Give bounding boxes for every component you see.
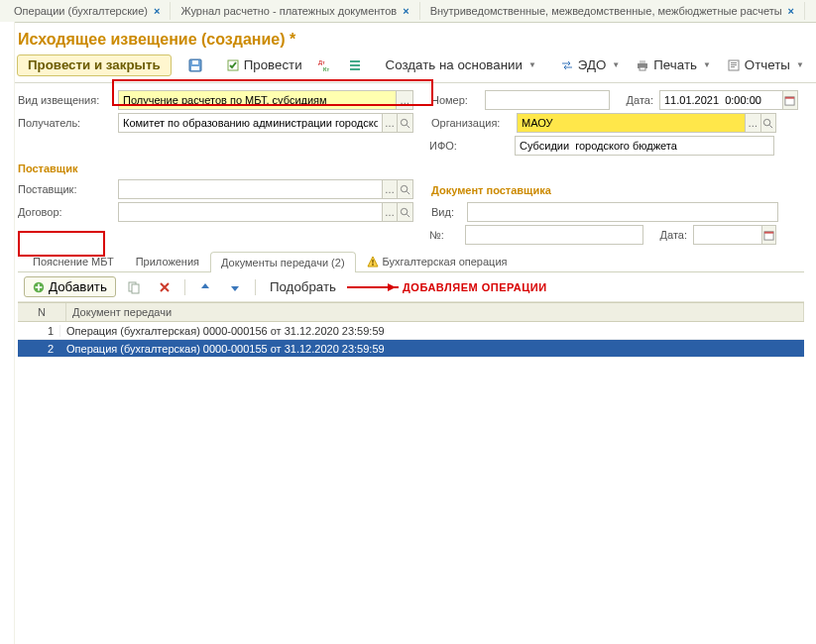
close-icon[interactable]: ×	[788, 5, 794, 17]
supplier-field[interactable]: …	[118, 179, 413, 199]
svg-text:Дт: Дт	[318, 59, 325, 65]
post-button[interactable]: Провести	[219, 55, 309, 75]
tab-explanation[interactable]: Пояснение МБТ	[22, 251, 125, 271]
nomer-input[interactable]	[486, 92, 609, 108]
date-field[interactable]	[659, 90, 798, 110]
move-up-button[interactable]	[192, 279, 218, 295]
recipient-input[interactable]	[119, 115, 382, 131]
svg-rect-11	[640, 67, 645, 70]
date2-label: Дата:	[649, 229, 687, 241]
vid-field[interactable]: …	[118, 90, 413, 110]
svg-point-20	[764, 119, 770, 125]
save-button[interactable]	[181, 55, 209, 75]
pick-button[interactable]: Подобрать	[263, 278, 343, 296]
tab-accounting-op[interactable]: Бухгалтерская операция	[356, 251, 519, 271]
search-icon	[762, 118, 773, 129]
svg-point-24	[402, 208, 408, 214]
ifo-input[interactable]	[516, 138, 773, 154]
supplier-label: Поставщик:	[18, 183, 112, 195]
no-input[interactable]	[466, 227, 642, 243]
col-n: N	[18, 303, 66, 321]
plus-icon	[33, 281, 45, 293]
transfer-docs-table: N Документ передачи 1Операция (бухгалтер…	[18, 302, 804, 635]
supplier-input[interactable]	[119, 181, 382, 197]
app-tab-operations[interactable]: Операции (бухгалтерские) ×	[4, 2, 171, 20]
app-tab-journal[interactable]: Журнал расчетно - платежных документов ×	[171, 2, 419, 20]
row-number: 1	[18, 325, 60, 337]
contract-search-button[interactable]	[397, 203, 412, 221]
add-label: Добавить	[49, 279, 107, 294]
svg-point-29	[372, 264, 374, 266]
page-title: Исходящее извещение (создание) *	[0, 23, 816, 53]
post-and-close-button[interactable]: Провести и закрыть	[17, 54, 172, 76]
recipient-picker-button[interactable]: …	[382, 114, 398, 132]
contract-input[interactable]	[119, 204, 382, 220]
delete-button[interactable]	[152, 279, 177, 295]
ifo-label: ИФО:	[429, 140, 509, 152]
row-doc: Операция (бухгалтерская) 0000-000155 от …	[60, 343, 804, 355]
vid-label: Вид извещения:	[18, 94, 112, 106]
create-base-label: Создать на основании	[386, 58, 523, 72]
svg-text:Кт: Кт	[323, 66, 329, 72]
calendar-button[interactable]	[782, 91, 797, 109]
svg-line-23	[407, 191, 409, 194]
row-number: 2	[18, 343, 60, 355]
svg-rect-6	[350, 60, 360, 62]
edo-label: ЭДО	[578, 58, 607, 72]
date2-input[interactable]	[694, 227, 761, 243]
table-row[interactable]: 1Операция (бухгалтерская) 0000-000156 от…	[18, 322, 804, 340]
copy-button[interactable]	[120, 278, 148, 296]
no-field[interactable]	[465, 225, 643, 245]
app-tab-intra[interactable]: Внутриведомственные, межведомственные, м…	[420, 2, 805, 20]
vid2-field[interactable]	[467, 202, 778, 222]
print-button[interactable]: Печать▼	[629, 55, 718, 75]
svg-rect-2	[192, 60, 198, 64]
supplier-section-title: Поставщик	[18, 162, 421, 174]
list-button[interactable]	[341, 55, 369, 75]
move-down-button[interactable]	[222, 279, 248, 295]
ifo-field[interactable]	[515, 136, 774, 156]
contract-label: Договор:	[18, 206, 112, 218]
svg-rect-15	[731, 66, 735, 67]
search-icon	[400, 118, 410, 129]
arrow-down-icon	[229, 281, 241, 293]
tab-attachments[interactable]: Приложения	[125, 251, 210, 271]
add-button[interactable]: Добавить	[24, 276, 116, 297]
close-icon[interactable]: ×	[403, 5, 408, 17]
close-icon[interactable]: ×	[154, 5, 160, 17]
date2-field[interactable]	[693, 225, 776, 245]
recipient-search-button[interactable]	[397, 114, 412, 132]
delete-icon	[159, 281, 171, 293]
edo-button[interactable]: ЭДО▼	[553, 55, 627, 75]
org-input[interactable]	[518, 115, 745, 131]
contract-picker-button[interactable]: …	[382, 203, 398, 221]
supplier-search-button[interactable]	[397, 180, 412, 198]
contract-field[interactable]: …	[118, 202, 413, 222]
org-search-button[interactable]	[760, 114, 775, 132]
recipient-field[interactable]: …	[118, 113, 413, 133]
vid-picker-button[interactable]: …	[396, 91, 412, 109]
app-tab-label: Операции (бухгалтерские)	[14, 5, 148, 17]
org-picker-button[interactable]: …	[745, 114, 759, 132]
tab-transfer-docs[interactable]: Документы передачи (2)	[210, 252, 356, 272]
supplier-picker-button[interactable]: …	[382, 180, 398, 198]
date-input[interactable]	[660, 92, 782, 108]
vid-input[interactable]	[119, 92, 396, 108]
exchange-icon	[560, 58, 574, 72]
svg-rect-27	[764, 231, 773, 233]
svg-rect-32	[36, 286, 43, 288]
svg-rect-34	[132, 284, 139, 293]
nomer-field[interactable]	[485, 90, 610, 110]
create-base-button[interactable]: Создать на основании▼	[379, 55, 543, 75]
svg-rect-7	[350, 64, 360, 66]
table-row[interactable]: 2Операция (бухгалтерская) 0000-000155 от…	[18, 340, 804, 358]
arrow-right-icon	[347, 286, 399, 288]
vid2-label: Вид:	[431, 206, 461, 218]
reports-button[interactable]: Отчеты▼	[720, 55, 811, 75]
vid2-input[interactable]	[468, 204, 777, 220]
org-field[interactable]: …	[517, 113, 776, 133]
org-label: Организация:	[431, 117, 511, 129]
dt-kt-button[interactable]: ДтКт	[311, 55, 339, 75]
warning-icon	[367, 256, 379, 268]
calendar-button[interactable]	[761, 226, 775, 244]
